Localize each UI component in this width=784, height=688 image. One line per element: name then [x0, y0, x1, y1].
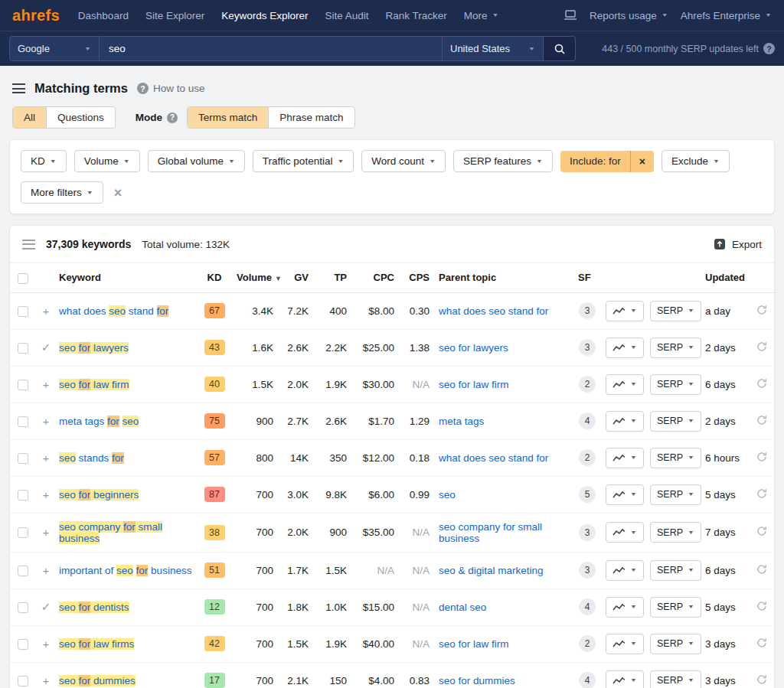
row-checkbox[interactable]: [18, 453, 28, 464]
refresh-icon[interactable]: [756, 378, 767, 389]
serp-dropdown[interactable]: SERP ▼: [650, 670, 701, 688]
keyword-search-input[interactable]: [100, 36, 443, 61]
column-header-parent-topic[interactable]: Parent topic: [434, 263, 573, 292]
nav-item-more[interactable]: More▼: [464, 10, 499, 21]
include-filter-label[interactable]: Include: for: [560, 151, 630, 172]
refresh-icon[interactable]: [756, 305, 767, 315]
add-to-list-button[interactable]: +: [41, 637, 51, 651]
list-options-icon[interactable]: [22, 240, 35, 249]
keyword-link[interactable]: seo for law firms: [59, 638, 134, 650]
refresh-icon[interactable]: [756, 637, 767, 648]
column-header-cpc[interactable]: CPC: [351, 263, 399, 292]
column-header-gv[interactable]: GV: [278, 263, 313, 292]
row-checkbox[interactable]: [18, 306, 28, 317]
ahrefs-logo[interactable]: ahrefs: [12, 7, 60, 24]
trend-chart-dropdown[interactable]: ▼: [606, 597, 644, 618]
parent-topic-link[interactable]: seo for law firm: [439, 379, 509, 390]
parent-topic-link[interactable]: seo for lawyers: [439, 342, 508, 354]
exclude-filter-dropdown[interactable]: Exclude▼: [662, 150, 730, 172]
serp-dropdown[interactable]: SERP ▼: [650, 374, 701, 395]
parent-topic-link[interactable]: meta tags: [439, 416, 484, 427]
trend-chart-dropdown[interactable]: ▼: [606, 484, 644, 505]
keyword-link[interactable]: seo company for small business: [59, 521, 162, 544]
column-header-cps[interactable]: CPS: [399, 263, 434, 292]
parent-topic-link[interactable]: seo company for small business: [439, 521, 542, 544]
add-to-list-button[interactable]: +: [41, 526, 51, 539]
keyword-link[interactable]: seo for beginners: [59, 489, 139, 501]
select-all-checkbox[interactable]: [18, 273, 28, 284]
serp-dropdown[interactable]: SERP ▼: [650, 301, 701, 321]
tab-all[interactable]: All: [13, 107, 46, 128]
refresh-icon[interactable]: [756, 674, 767, 685]
clear-filters-icon[interactable]: ×: [114, 186, 122, 200]
trend-chart-dropdown[interactable]: ▼: [606, 374, 644, 395]
mode-tab-phrase-match[interactable]: Phrase match: [268, 107, 354, 128]
add-to-list-button[interactable]: +: [41, 674, 51, 687]
keyword-link[interactable]: important of seo for business: [59, 565, 191, 576]
row-checkbox[interactable]: [18, 639, 28, 650]
refresh-icon[interactable]: [756, 452, 767, 462]
country-select[interactable]: United States▼: [443, 36, 544, 61]
help-icon[interactable]: ?: [167, 112, 178, 123]
parent-topic-link[interactable]: what does seo stand for: [439, 452, 548, 464]
nav-item-ahrefs-enterprise[interactable]: Ahrefs Enterprise▼: [681, 10, 772, 21]
nav-item-site-audit[interactable]: Site Audit: [325, 10, 368, 21]
column-header-sf[interactable]: SF: [573, 263, 601, 292]
serp-dropdown[interactable]: SERP ▼: [650, 337, 701, 358]
trend-chart-dropdown[interactable]: ▼: [606, 670, 644, 688]
keyword-link[interactable]: seo for dentists: [59, 602, 129, 613]
parent-topic-link[interactable]: seo for dummies: [439, 675, 515, 686]
export-button[interactable]: Export: [714, 238, 762, 250]
search-engine-select[interactable]: Google▼: [9, 36, 100, 61]
nav-item-reports-usage[interactable]: Reports usage▼: [590, 10, 668, 21]
serp-dropdown[interactable]: SERP ▼: [650, 484, 701, 505]
row-checkbox[interactable]: [18, 566, 28, 576]
tab-questions[interactable]: Questions: [46, 107, 115, 128]
added-check-icon[interactable]: ✓: [41, 600, 51, 614]
row-checkbox[interactable]: [18, 416, 28, 427]
laptop-icon[interactable]: [564, 10, 577, 21]
trend-chart-dropdown[interactable]: ▼: [606, 411, 644, 432]
row-checkbox[interactable]: [18, 380, 28, 390]
refresh-icon[interactable]: [756, 415, 767, 426]
trend-chart-dropdown[interactable]: ▼: [606, 634, 644, 654]
how-to-use-link[interactable]: ? How to use: [137, 83, 205, 94]
trend-chart-dropdown[interactable]: ▼: [606, 522, 644, 543]
nav-item-keywords-explorer[interactable]: Keywords Explorer: [221, 10, 308, 21]
keyword-link[interactable]: seo for dummies: [59, 675, 136, 686]
reports-menu-icon[interactable]: [12, 83, 25, 93]
add-to-list-button[interactable]: +: [41, 564, 51, 577]
help-icon[interactable]: ?: [763, 43, 775, 54]
search-button[interactable]: [544, 36, 576, 61]
column-header-tp[interactable]: TP: [313, 263, 351, 292]
serp-dropdown[interactable]: SERP ▼: [650, 634, 701, 654]
filter-kd-dropdown[interactable]: KD▼: [21, 150, 67, 172]
more-filters-dropdown[interactable]: More filters▼: [21, 181, 103, 204]
refresh-icon[interactable]: [756, 341, 767, 352]
add-to-list-button[interactable]: +: [41, 488, 51, 501]
row-checkbox[interactable]: [18, 490, 28, 501]
filter-word-count-dropdown[interactable]: Word count▼: [361, 150, 446, 172]
serp-dropdown[interactable]: SERP ▼: [650, 448, 701, 468]
row-checkbox[interactable]: [18, 602, 28, 613]
refresh-icon[interactable]: [756, 564, 767, 575]
filter-traffic-potential-dropdown[interactable]: Traffic potential▼: [253, 150, 354, 172]
keyword-link[interactable]: seo stands for: [59, 452, 124, 464]
keyword-link[interactable]: what does seo stand for: [59, 305, 168, 317]
mode-tab-terms-match[interactable]: Terms match: [188, 107, 268, 128]
column-header-updated[interactable]: Updated: [701, 263, 748, 292]
column-header-keyword[interactable]: Keyword: [54, 263, 197, 292]
parent-topic-link[interactable]: what does seo stand for: [439, 305, 548, 317]
add-to-list-button[interactable]: +: [41, 415, 51, 428]
row-checkbox[interactable]: [18, 343, 28, 354]
remove-include-filter-icon[interactable]: ×: [630, 151, 654, 172]
refresh-icon[interactable]: [756, 526, 767, 536]
parent-topic-link[interactable]: seo: [439, 489, 456, 501]
trend-chart-dropdown[interactable]: ▼: [606, 301, 644, 321]
nav-item-rank-tracker[interactable]: Rank Tracker: [386, 10, 447, 21]
row-checkbox[interactable]: [18, 676, 28, 686]
keyword-link[interactable]: seo for law firm: [59, 379, 129, 390]
column-header-kd[interactable]: KD: [197, 263, 232, 292]
serp-dropdown[interactable]: SERP ▼: [650, 560, 701, 581]
add-to-list-button[interactable]: +: [41, 305, 51, 318]
